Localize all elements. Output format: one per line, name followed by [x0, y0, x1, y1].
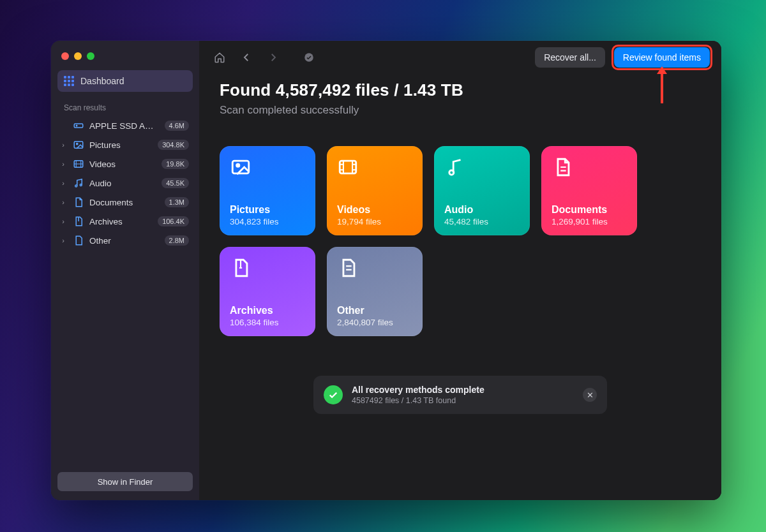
toolbar: Recover all... Review found items: [199, 41, 721, 74]
card-videos[interactable]: Videos 19,794 files: [327, 146, 423, 235]
audio-icon: [73, 177, 84, 189]
main-pane: Recover all... Review found items Found …: [199, 41, 721, 500]
document-icon: [73, 196, 84, 208]
completion-toast: All recovery methods complete 4587492 fi…: [313, 376, 607, 414]
drive-count: 4.6M: [165, 121, 189, 131]
category-cards: Pictures 304,823 files Videos 19,794 fil…: [220, 146, 701, 336]
chevron-right-icon: ›: [59, 141, 68, 149]
audio-icon: [444, 156, 466, 178]
card-archives[interactable]: Archives 106,384 files: [220, 247, 315, 336]
sidebar-section-label: Scan results: [57, 92, 193, 116]
image-icon: [230, 156, 252, 178]
card-title: Other: [337, 305, 412, 316]
svg-point-1: [76, 125, 77, 126]
card-sub: 304,823 files: [230, 217, 305, 226]
image-icon: [73, 139, 84, 151]
sidebar-item-other[interactable]: › Other 2.8M: [57, 231, 193, 250]
card-title: Videos: [337, 204, 412, 216]
card-title: Audio: [444, 204, 520, 216]
card-title: Pictures: [230, 204, 305, 216]
card-sub: 19,794 files: [337, 217, 412, 226]
card-sub: 2,840,807 files: [337, 318, 412, 327]
card-title: Archives: [230, 305, 305, 316]
archive-icon: [73, 216, 84, 227]
minimize-window-button[interactable]: [74, 52, 82, 60]
card-sub: 45,482 files: [444, 217, 520, 226]
toast-close-button[interactable]: ✕: [583, 388, 597, 402]
other-icon: [73, 235, 84, 246]
sidebar-item-count: 106.4K: [158, 216, 189, 226]
sidebar-dashboard-label: Dashboard: [80, 76, 124, 86]
svg-point-9: [237, 164, 239, 166]
video-icon: [73, 158, 84, 170]
check-icon: [324, 385, 343, 404]
sidebar-item-label: Pictures: [89, 140, 153, 150]
svg-rect-10: [340, 161, 356, 174]
drive-icon: [73, 120, 84, 131]
content: Found 4,587,492 files / 1.43 TB Scan com…: [199, 74, 721, 500]
dashboard-icon: [64, 76, 74, 86]
sidebar-item-count: 45.5K: [161, 178, 189, 188]
chevron-right-icon: ›: [59, 237, 68, 244]
chevron-right-icon: ›: [59, 218, 68, 225]
status-check-icon: [300, 48, 318, 66]
archive-icon: [230, 257, 252, 279]
sidebar-item-label: Videos: [89, 159, 156, 169]
nav-back-button[interactable]: [237, 48, 255, 66]
card-other[interactable]: Other 2,840,807 files: [327, 247, 423, 336]
sidebar-item-count: 304.8K: [158, 140, 189, 150]
svg-point-6: [80, 184, 82, 186]
sidebar-item-count: 1.3M: [165, 197, 189, 207]
card-audio[interactable]: Audio 45,482 files: [434, 146, 530, 235]
svg-point-5: [75, 185, 77, 187]
sidebar-item-dashboard[interactable]: Dashboard: [57, 70, 193, 92]
sidebar-item-documents[interactable]: › Documents 1.3M: [57, 193, 193, 212]
card-sub: 1,269,901 files: [552, 217, 627, 226]
home-button[interactable]: [211, 48, 229, 66]
sidebar-item-count: 2.8M: [165, 235, 189, 246]
svg-point-11: [449, 170, 454, 175]
svg-point-3: [77, 143, 78, 144]
review-button-annotation: Review found items: [614, 47, 710, 68]
svg-point-7: [304, 53, 313, 62]
sidebar-item-label: Documents: [89, 198, 160, 207]
results-subhead: Scan completed successfully: [220, 104, 701, 117]
nav-forward-button[interactable]: [264, 48, 282, 66]
sidebar-item-drive[interactable]: APPLE SSD AP0… 4.6M: [57, 116, 193, 135]
sidebar-item-archives[interactable]: › Archives 106.4K: [57, 212, 193, 231]
document-icon: [552, 156, 573, 178]
sidebar-item-pictures[interactable]: › Pictures 304.8K: [57, 135, 193, 154]
card-documents[interactable]: Documents 1,269,901 files: [541, 146, 637, 235]
recover-all-button[interactable]: Recover all...: [535, 47, 605, 68]
zoom-window-button[interactable]: [87, 52, 94, 60]
card-sub: 106,384 files: [230, 318, 305, 327]
window-traffic-lights: [57, 48, 193, 70]
sidebar-item-label: Audio: [89, 179, 156, 188]
sidebar: Dashboard Scan results APPLE SSD AP0… 4.…: [51, 41, 199, 500]
video-icon: [337, 156, 359, 178]
close-window-button[interactable]: [61, 52, 69, 60]
card-title: Documents: [552, 204, 627, 216]
sidebar-item-label: Archives: [89, 217, 153, 226]
toast-title: All recovery methods complete: [352, 385, 484, 395]
toast-sub: 4587492 files / 1.43 TB found: [352, 396, 484, 405]
annotation-arrow: [661, 68, 663, 103]
chevron-right-icon: ›: [59, 198, 68, 206]
results-headline: Found 4,587,492 files / 1.43 TB: [220, 80, 701, 100]
show-in-finder-button[interactable]: Show in Finder: [57, 472, 193, 491]
app-window: Dashboard Scan results APPLE SSD AP0… 4.…: [51, 41, 721, 500]
card-pictures[interactable]: Pictures 304,823 files: [220, 146, 315, 235]
svg-rect-0: [74, 124, 83, 128]
sidebar-item-label: Other: [89, 236, 160, 246]
chevron-right-icon: ›: [59, 160, 68, 168]
other-icon: [337, 257, 359, 279]
sidebar-item-audio[interactable]: › Audio 45.5K: [57, 174, 193, 193]
sidebar-item-count: 19.8K: [161, 159, 189, 169]
sidebar-item-videos[interactable]: › Videos 19.8K: [57, 154, 193, 174]
drive-label: APPLE SSD AP0…: [89, 121, 160, 131]
chevron-right-icon: ›: [59, 179, 68, 187]
